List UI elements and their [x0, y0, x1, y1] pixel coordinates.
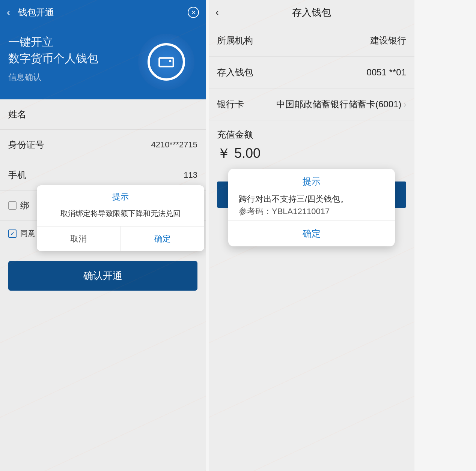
- dialog-message: 跨行对出不支持三/四类钱包。 参考码：YBLA12110017: [228, 191, 395, 220]
- bind-checkbox-icon[interactable]: [8, 201, 17, 210]
- dialog-ok-button[interactable]: 确定: [121, 226, 205, 251]
- row-id[interactable]: 身份证号 4210***2715: [0, 130, 206, 160]
- org-label: 所属机构: [217, 34, 253, 46]
- id-label: 身份证号: [8, 139, 44, 151]
- org-value: 建设银行: [370, 34, 406, 46]
- hero-line1: 一键开立: [8, 36, 53, 48]
- header-title: 存入钱包: [230, 6, 393, 19]
- dialog-cancel-button[interactable]: 取消: [37, 226, 121, 251]
- close-icon[interactable]: ✕: [188, 7, 199, 18]
- dialog-buttons: 取消 确定: [37, 226, 204, 251]
- amount-label: 充值金额: [209, 120, 414, 143]
- card-label: 银行卡: [217, 98, 244, 110]
- row-wallet: 存入钱包 0051 **01: [209, 57, 414, 88]
- chevron-right-icon: ›: [404, 100, 406, 109]
- back-icon[interactable]: ‹: [215, 6, 230, 18]
- phone-value: 113: [184, 170, 197, 180]
- amount-value[interactable]: ￥ 5.00: [209, 143, 414, 172]
- agree-label: 同意: [20, 228, 35, 238]
- ref-code: YBLA12110017: [272, 207, 330, 216]
- alert-dialog: 提示 跨行对出不支持三/四类钱包。 参考码：YBLA12110017 确定: [228, 169, 395, 246]
- left-screen: ‹ 钱包开通 ✕ 一键开立 数字货币个人钱包 信息确认 姓名 身份证号 4210…: [0, 0, 206, 471]
- detail-list: 所属机构 建设银行 存入钱包 0051 **01 银行卡 中国邮政储蓄银行储蓄卡…: [209, 25, 414, 120]
- ref-label: 参考码：: [239, 207, 272, 216]
- alert-dialog: 提示 取消绑定将导致限额下降和无法兑回 取消 确定: [37, 185, 204, 251]
- hero-banner: 一键开立 数字货币个人钱包 信息确认: [0, 25, 206, 99]
- confirm-open-button[interactable]: 确认开通: [8, 261, 197, 291]
- row-name[interactable]: 姓名: [0, 99, 206, 130]
- dialog-title: 提示: [228, 169, 395, 191]
- dialog-message-text: 跨行对出不支持三/四类钱包。: [239, 194, 348, 204]
- hero-line2: 数字货币个人钱包: [8, 52, 98, 64]
- agree-checkbox-icon[interactable]: ✓: [8, 230, 17, 238]
- dialog-ok-button[interactable]: 确定: [228, 220, 395, 246]
- header-bar: ‹ 存入钱包: [209, 0, 414, 25]
- dialog-message: 取消绑定将导致限额下降和无法兑回: [37, 206, 204, 226]
- header-bar: ‹ 钱包开通 ✕: [0, 0, 206, 25]
- row-org: 所属机构 建设银行: [209, 25, 414, 57]
- right-screen: ‹ 存入钱包 所属机构 建设银行 存入钱包 0051 **01 银行卡 中国邮政…: [209, 0, 414, 471]
- name-label: 姓名: [8, 108, 26, 120]
- back-icon[interactable]: ‹: [7, 6, 18, 18]
- id-value: 4210***2715: [151, 140, 197, 150]
- row-card[interactable]: 银行卡 中国邮政储蓄银行储蓄卡(6001) ›: [209, 88, 414, 120]
- wallet-value: 0051 **01: [367, 67, 406, 78]
- phone-label: 手机: [8, 169, 26, 181]
- bind-label: 绑: [20, 200, 29, 212]
- wallet-label: 存入钱包: [217, 66, 253, 78]
- header-title: 钱包开通: [18, 6, 188, 18]
- card-value: 中国邮政储蓄银行储蓄卡(6001): [276, 98, 401, 110]
- wallet-icon: [138, 34, 194, 90]
- dialog-title: 提示: [37, 185, 204, 206]
